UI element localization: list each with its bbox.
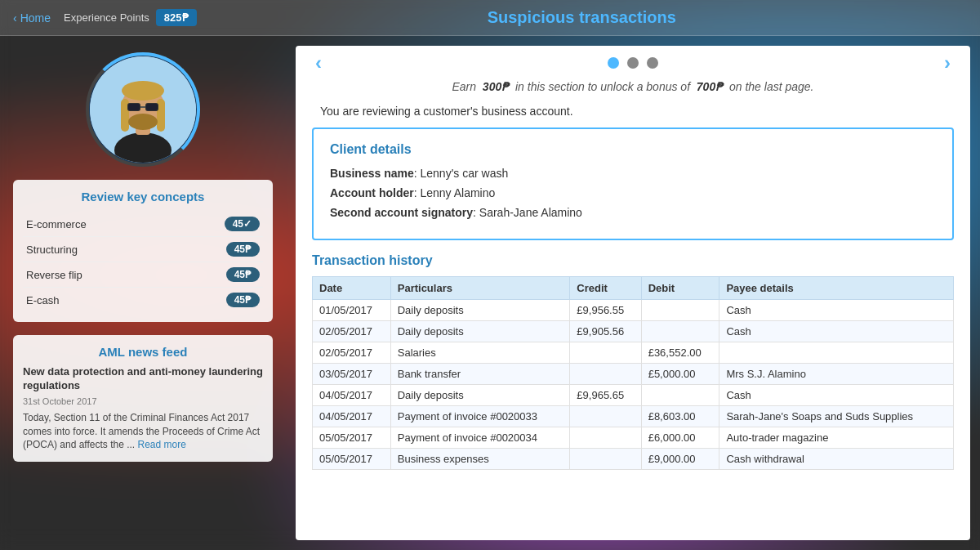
review-title: Review key concepts: [23, 190, 263, 203]
table-row: 04/05/2017Payment of invoice #0020033£8,…: [313, 406, 954, 427]
concept-badge: 45₱: [226, 267, 260, 282]
table-row: 04/05/2017Daily deposits£9,965.65Cash: [313, 385, 954, 406]
cell-particulars: Salaries: [390, 342, 570, 364]
cell-payee: Cash: [719, 300, 954, 321]
cell-particulars: Payment of invoice #0020034: [390, 427, 570, 449]
read-more-link[interactable]: Read more: [138, 439, 186, 450]
earn-text: Earn 300₱ in this section to unlock a bo…: [296, 75, 970, 98]
home-link[interactable]: ‹ Home: [13, 11, 51, 25]
sidebar: Review key concepts E-commerce 45✓Struct…: [0, 36, 286, 550]
client-title: Client details: [330, 142, 936, 157]
table-row: 05/05/2017Business expenses£9,000.00Cash…: [313, 449, 954, 470]
trans-table: DateParticularsCreditDebitPayee details …: [312, 276, 954, 470]
transaction-section: Transaction history DateParticularsCredi…: [296, 253, 970, 486]
cell-credit: £9,965.65: [570, 385, 641, 406]
concept-name: Structuring: [26, 244, 78, 256]
holder-value: Lenny Alamino: [420, 186, 495, 199]
avatar-container: [86, 52, 200, 167]
nav-dot[interactable]: [608, 57, 619, 69]
table-row: 03/05/2017Bank transfer£5,000.00Mrs S.J.…: [313, 364, 954, 385]
cell-debit: £36,552.00: [641, 342, 719, 364]
cell-payee: Sarah-Jane's Soaps and Suds Supplies: [719, 406, 954, 427]
concept-row[interactable]: E-cash 45₱: [23, 288, 263, 312]
svg-point-12: [128, 114, 158, 130]
cell-credit: [570, 427, 641, 449]
nav-dots: [608, 57, 658, 69]
home-label: Home: [20, 11, 51, 25]
cell-debit: [641, 300, 719, 321]
cell-date: 04/05/2017: [313, 385, 391, 406]
concept-badge: 45₱: [226, 242, 260, 257]
card-scroll[interactable]: Earn 300₱ in this section to unlock a bo…: [296, 75, 970, 540]
cell-credit: £9,905.56: [570, 321, 641, 342]
concepts-list: E-commerce 45✓Structuring 45₱Reverse fli…: [23, 212, 263, 312]
cell-payee: Cash: [719, 385, 954, 406]
trans-title: Transaction history: [312, 253, 954, 268]
news-panel: AML news feed New data protection and an…: [13, 335, 273, 462]
main-layout: Review key concepts E-commerce 45✓Struct…: [0, 36, 980, 550]
cell-payee: Auto-trader magazine: [719, 427, 954, 449]
concept-row[interactable]: Reverse flip 45₱: [23, 262, 263, 288]
news-title: AML news feed: [23, 345, 263, 359]
business-name-row: Business name: Lenny's car wash: [330, 167, 936, 180]
signatory-row: Second account signatory: Sarah-Jane Ala…: [330, 206, 936, 219]
cell-debit: £6,000.00: [641, 427, 719, 449]
table-header: Debit: [641, 277, 719, 300]
concept-row[interactable]: Structuring 45₱: [23, 237, 263, 262]
prev-button[interactable]: ‹: [309, 48, 328, 78]
navbar: ‹ Home Experience Points 825₱ Suspicious…: [0, 0, 980, 36]
concept-name: Reverse flip: [26, 269, 82, 281]
cell-payee: Mrs S.J. Alamino: [719, 364, 954, 385]
cell-credit: [570, 406, 641, 427]
page-title: Suspicious transactions: [197, 8, 967, 27]
cell-debit: £5,000.00: [641, 364, 719, 385]
nav-dot[interactable]: [627, 57, 639, 69]
earn-pre: Earn: [452, 80, 477, 93]
table-header: Credit: [570, 277, 641, 300]
business-value: Lenny's car wash: [421, 167, 509, 180]
content-area: ‹ › Earn 300₱ in this section to unlock …: [286, 36, 980, 550]
svg-rect-11: [146, 104, 158, 110]
card-nav: ‹ ›: [296, 46, 970, 75]
cell-credit: [570, 364, 641, 385]
nav-dot[interactable]: [647, 57, 658, 69]
earn-post: on the last page.: [729, 80, 814, 93]
cell-particulars: Daily deposits: [390, 300, 570, 321]
cell-credit: [570, 342, 641, 364]
cell-payee: [719, 342, 954, 364]
cell-payee: Cash withdrawal: [719, 449, 954, 470]
cell-debit: [641, 385, 719, 406]
chevron-left-icon: ‹: [13, 11, 17, 25]
table-header: Payee details: [719, 277, 954, 300]
concept-badge: 45₱: [226, 293, 260, 307]
cell-particulars: Daily deposits: [390, 321, 570, 342]
svg-rect-5: [157, 99, 165, 132]
cell-debit: £9,000.00: [641, 449, 719, 470]
earn-bonus: 700₱: [697, 80, 723, 93]
concept-row[interactable]: E-commerce 45✓: [23, 212, 263, 237]
cell-debit: £8,603.00: [641, 406, 719, 427]
concept-badge: 45✓: [225, 217, 260, 231]
avatar: [90, 56, 196, 163]
svg-rect-4: [121, 99, 129, 132]
cell-particulars: Business expenses: [390, 449, 570, 470]
svg-point-6: [122, 81, 164, 101]
cell-particulars: Payment of invoice #0020033: [390, 406, 570, 427]
cell-credit: £9,956.55: [570, 300, 641, 321]
cell-date: 05/05/2017: [313, 427, 391, 449]
news-headline: New data protection and anti-money laund…: [23, 365, 263, 393]
signatory-label: Second account signatory: [330, 206, 473, 219]
news-date: 31st October 2017: [23, 396, 263, 406]
svg-rect-10: [128, 104, 140, 110]
account-holder-row: Account holder: Lenny Alamino: [330, 186, 936, 199]
cell-payee: Cash: [719, 321, 954, 342]
cell-date: 01/05/2017: [313, 300, 391, 321]
client-box: Client details Business name: Lenny's ca…: [312, 127, 954, 240]
holder-label: Account holder: [330, 186, 414, 199]
table-row: 02/05/2017Salaries£36,552.00: [313, 342, 954, 364]
table-row: 01/05/2017Daily deposits£9,956.55Cash: [313, 300, 954, 321]
avatar-svg: [90, 56, 196, 163]
table-header: Date: [313, 277, 391, 300]
intro-text: You are reviewing a customer's business …: [296, 98, 970, 127]
next-button[interactable]: ›: [938, 48, 957, 78]
